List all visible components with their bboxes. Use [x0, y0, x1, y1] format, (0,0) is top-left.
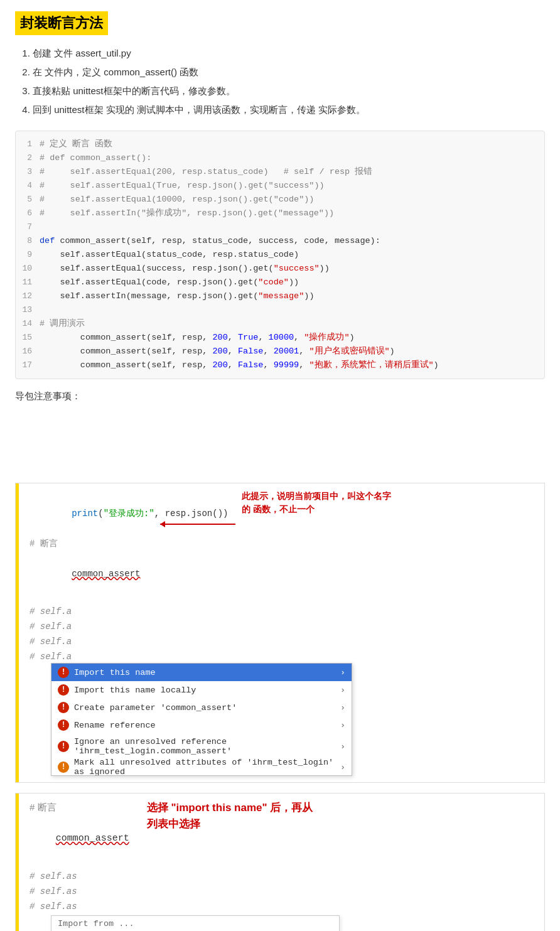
di-icon-3: ! [58, 702, 69, 713]
di-icon-1: ! [58, 667, 69, 678]
subsection-label: 导包注意事项： [15, 390, 545, 402]
di-arrow-2: › [340, 686, 345, 695]
arrow-line [160, 524, 235, 525]
ide-comment-line2: # self.a [30, 619, 533, 634]
arrow-head [160, 521, 165, 527]
ide2-common-assert: common_assert [30, 815, 129, 861]
line-num: 1 [16, 137, 40, 151]
step-1: 创建 文件 assert_util.py [33, 44, 545, 63]
ide-code-section2-left: # 断言 common_assert [30, 800, 129, 861]
di-arrow-6: › [340, 763, 345, 772]
ide2-comment-line1: # self.as [30, 869, 533, 884]
ide2-comment-line2: # self.as [30, 884, 533, 899]
ide-code-comments2: # self.as # self.as # self.as [16, 861, 544, 914]
dropdown-item-import-name[interactable]: ! Import this name › [51, 664, 352, 681]
import-popup-header: Import from ... [51, 916, 339, 931]
annotation2: 选择 "import this name" 后，再从 列表中选择 [147, 800, 313, 832]
ide-comment-line3: # self.a [30, 634, 533, 649]
di-icon-2: ! [58, 684, 69, 696]
di-label-5: Ignore an unresolved reference 'ihrm_tes… [74, 737, 340, 756]
di-label-3: Create parameter 'common_assert' [74, 703, 340, 713]
accent-bar [16, 483, 19, 782]
ide-line-common-assert: common_assert [30, 551, 533, 596]
di-arrow-1: › [340, 668, 345, 677]
step-3: 直接粘贴 unittest框架中的断言代码，修改参数。 [33, 82, 545, 100]
dropdown-item-create-param[interactable]: ! Create parameter 'common_assert' › [51, 699, 352, 716]
dropdown-item-rename[interactable]: ! Rename reference › [51, 716, 352, 734]
spacer [15, 407, 545, 483]
step-2: 在 文件内，定义 common_assert() 函数 [33, 63, 545, 82]
dropdown-menu: ! Import this name › ! Import this name … [51, 663, 352, 776]
dropdown-item-ignore-unresolved[interactable]: ! Ignore an unresolved reference 'ihrm_t… [51, 734, 352, 759]
di-icon-4: ! [58, 719, 69, 731]
code-text: # 定义 断言 函数 [40, 137, 544, 151]
ide2-comment1: # 断言 [30, 800, 129, 815]
annotation1: 此提示，说明当前项目中，叫这个名字 的 函数，不止一个 [242, 490, 436, 516]
ide-comment-line1: # self.a [30, 604, 533, 619]
ide-screenshot-2: # 断言 common_assert 选择 "import this name"… [15, 793, 545, 931]
section2-header-row: # 断言 common_assert 选择 "import this name"… [16, 794, 544, 861]
page-title: 封装断言方法 [15, 11, 108, 35]
di-arrow-4: › [340, 721, 345, 730]
ide2-comment-line3: # self.as [30, 899, 533, 914]
di-label-6: Mark all unresolved attributes of 'ihrm_… [74, 759, 340, 775]
di-label-2: Import this name locally [74, 686, 340, 695]
di-arrow-3: › [340, 703, 345, 713]
ide-code-comments1: # self.a # self.a # self.a # self.a [16, 596, 544, 664]
dropdown-item-mark-all[interactable]: ! Mark all unresolved attributes of 'ihr… [51, 759, 352, 775]
dropdown-item-import-locally[interactable]: ! Import this name locally › [51, 681, 352, 699]
di-icon-5: ! [58, 741, 69, 752]
import-popup: Import from ... f assert_util.common_ass… [51, 915, 340, 931]
code-block: 1# 定义 断言 函数 2# def common_assert(): 3# s… [15, 131, 545, 379]
steps-list: 创建 文件 assert_util.py 在 文件内，定义 common_ass… [15, 44, 545, 119]
page-wrapper: 封装断言方法 创建 文件 assert_util.py 在 文件内，定义 com… [0, 0, 560, 931]
step-4: 回到 unittest框架 实现的 测试脚本中，调用该函数，实现断言，传递 实际… [33, 100, 545, 119]
ide-comment-line4: # self.a [30, 649, 533, 664]
di-icon-6: ! [58, 761, 69, 773]
di-label-1: Import this name [74, 668, 340, 677]
di-label-4: Rename reference [74, 721, 340, 730]
di-arrow-5: › [340, 742, 345, 751]
accent-bar-2 [16, 794, 19, 931]
ide-line-comment1: # 断言 [30, 536, 533, 551]
ide-screenshot-1: print("登录成功:", resp.json()) # 断言 common_… [15, 483, 545, 783]
